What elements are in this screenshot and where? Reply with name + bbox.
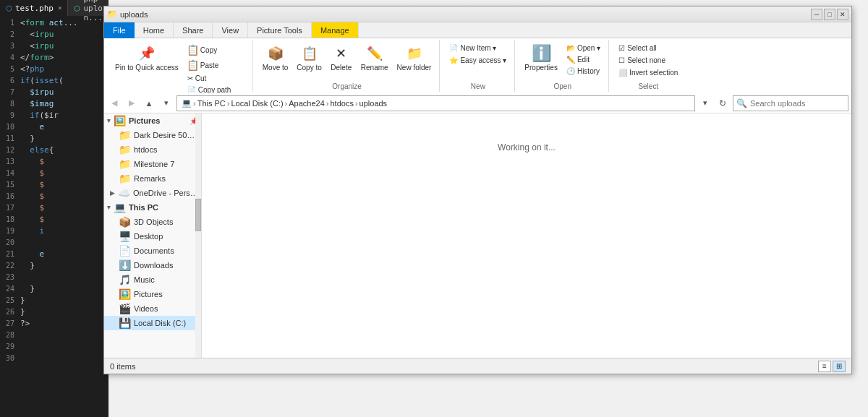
pictures-icon: 🖼️ [114,115,126,126]
tab-file[interactable]: File [104,22,135,38]
copy-button[interactable]: 📋 Copy [184,43,248,57]
rename-button[interactable]: ✏️ Rename [357,43,392,74]
select-all-button[interactable]: ☑ Select all [615,43,660,53]
details-view-button[interactable]: ≡ [818,361,831,372]
new-item-button[interactable]: 📄 New Item ▾ [446,43,500,53]
music-icon: 🎵 [119,274,131,285]
desktop-icon: 🖥️ [119,231,131,242]
open-icon: 📂 [566,44,575,52]
ribbon-group-new: 📄 New Item ▾ ⭐ Easy access ▾ New [441,40,515,92]
copy-to-button[interactable]: 📋 Copy to [293,43,325,74]
new-folder-button[interactable]: 📁 New folder [393,43,435,74]
sidebar: ▾ 🖼️ Pictures 📌 📁 Dark Desire 502 7... 📁… [104,113,202,358]
delete-button[interactable]: ✕ Delete [327,43,356,74]
move-to-icon: 📦 [267,45,284,62]
sidebar-item-onedrive[interactable]: ▶ ☁️ OneDrive - Person... [104,186,201,200]
move-to-button[interactable]: 📦 Move to [259,43,292,74]
main-area: ▾ 🖼️ Pictures 📌 📁 Dark Desire 502 7... 📁… [104,113,851,358]
folder-icon: 📁 [119,144,131,155]
invert-selection-button[interactable]: ⬜ Invert selection [615,67,681,78]
path-htdocs[interactable]: htdocs [330,99,353,108]
onedrive-icon: ☁️ [118,187,130,199]
file-explorer-window: 📁 uploads ─ □ ✕ File Home Share View Pic… [103,6,852,374]
scroll-thumb[interactable] [195,199,201,231]
sidebar-item-milestone[interactable]: 📁 Milestone 7 [104,157,201,171]
maximize-button[interactable]: □ [824,9,835,20]
sidebar-item-desktop[interactable]: 🖥️ Desktop [104,229,201,244]
tab-manage[interactable]: Manage [312,22,359,38]
path-local-disk[interactable]: Local Disk (C:) [231,99,283,108]
paste-icon: 📋 [187,59,199,71]
sidebar-item-htdocs[interactable]: 📁 htdocs [104,142,201,157]
refresh-button[interactable]: ↻ [715,96,730,111]
pin-icon: 📌 [138,45,156,62]
videos-icon: 🎬 [119,303,131,314]
up-button[interactable]: ▲ [142,96,156,111]
pictures-icon: 🖼️ [119,288,131,300]
content-area: Working on it... [202,113,851,358]
path-apache24[interactable]: Apache24 [289,99,325,108]
pin-to-quick-access-button[interactable]: 📌 Pin to Quick access [111,43,182,74]
sidebar-scrollbar[interactable] [195,113,201,358]
properties-icon: ℹ️ [532,45,550,62]
sidebar-item-pictures-header[interactable]: ▾ 🖼️ Pictures 📌 [104,113,201,128]
delete-icon: ✕ [333,45,350,62]
folder-icon: 📁 [119,129,131,141]
minimize-button[interactable]: ─ [811,9,822,20]
ribbon-group-organize: 📦 Move to 📋 Copy to ✕ Delete ✏️ Rename 📁 [255,40,441,92]
rename-icon: ✏️ [366,45,383,62]
sidebar-item-documents[interactable]: 📄 Documents [104,244,201,258]
sidebar-item-videos[interactable]: 🎬 Videos [104,301,201,316]
expand-icon: ▶ [110,189,115,197]
cut-button[interactable]: ✂ Cut [184,73,248,84]
line-numbers: 12345 678910 1112131415 1617181920 21222… [0,16,17,417]
properties-button[interactable]: ℹ️ Properties [521,43,561,74]
easy-access-button[interactable]: ⭐ Easy access ▾ [446,55,510,66]
recent-locations-button[interactable]: ▾ [159,96,174,111]
sidebar-item-downloads[interactable]: ⬇️ Downloads [104,258,201,272]
copy-to-icon: 📋 [301,45,318,62]
close-button[interactable]: ✕ [837,9,848,20]
path-uploads[interactable]: uploads [359,99,388,108]
tab-home[interactable]: Home [135,22,174,38]
downloads-icon: ⬇️ [119,259,131,271]
forward-button[interactable]: ▶ [124,96,139,111]
select-all-icon: ☑ [618,44,625,52]
new-folder-icon: 📁 [406,45,423,62]
ribbon-group-open: ℹ️ Properties 📂 Open ▾ ✏️ Edit 🕐 History [516,40,609,92]
window-icon: 📁 [107,9,117,19]
paste-button[interactable]: 📋 Paste [184,58,248,72]
search-box[interactable]: 🔍 [733,95,848,111]
large-icons-view-button[interactable]: ⊞ [833,361,846,372]
back-button[interactable]: ◀ [107,96,122,111]
sidebar-item-this-pc[interactable]: ▾ 💻 This PC [104,200,201,215]
dropdown-button[interactable]: ▾ [698,96,712,111]
sidebar-item-3d-objects[interactable]: 📦 3D Objects [104,215,201,229]
tab-php-upload[interactable]: ⬡ php upload n... [68,0,109,16]
select-none-icon: ☐ [618,56,625,64]
tab-picture-tools[interactable]: Picture Tools [248,22,312,38]
history-icon: 🕐 [566,67,575,75]
cut-icon: ✂ [187,74,193,82]
edit-button[interactable]: ✏️ Edit [563,54,604,65]
sidebar-item-local-disk[interactable]: 💾 Local Disk (C:) [104,316,201,330]
select-none-button[interactable]: ☐ Select none [615,55,669,66]
sidebar-item-remarks[interactable]: 📁 Remarks [104,171,201,186]
sidebar-item-dark-desire[interactable]: 📁 Dark Desire 502 7... [104,128,201,142]
title-text: 📁 uploads [107,9,148,19]
folder-icon: 📁 [119,158,131,170]
ribbon-tabs: File Home Share View Picture Tools Manag… [104,22,851,38]
tab-share[interactable]: Share [174,22,213,38]
title-bar: 📁 uploads ─ □ ✕ [104,7,851,22]
tab-test-php[interactable]: ⬡ test.php × [0,0,68,16]
sidebar-item-pictures-sub[interactable]: 🖼️ Pictures [104,287,201,301]
address-path[interactable]: 💻 › This PC › Local Disk (C:) › Apache24… [176,95,695,111]
search-input[interactable] [750,99,850,108]
path-this-pc[interactable]: This PC [197,99,226,108]
open-button[interactable]: 📂 Open ▾ [563,43,604,53]
sidebar-item-music[interactable]: 🎵 Music [104,272,201,287]
title-controls: ─ □ ✕ [811,9,848,20]
tab-view[interactable]: View [213,22,248,38]
history-button[interactable]: 🕐 History [563,66,604,77]
3d-objects-icon: 📦 [119,216,131,228]
